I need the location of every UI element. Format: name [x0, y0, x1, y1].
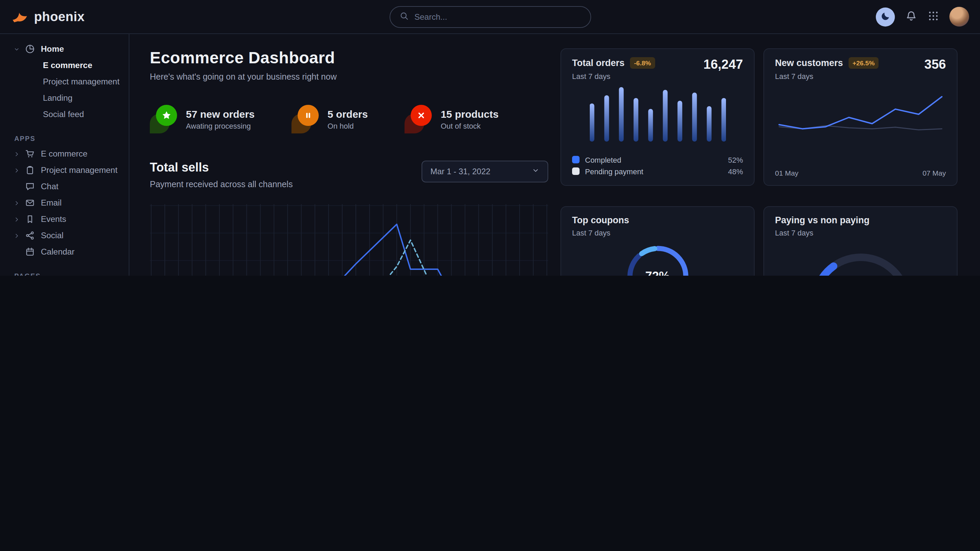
stat-value: 57 new orders	[186, 108, 255, 120]
calendar-icon	[25, 247, 36, 257]
stat-icon	[404, 105, 432, 133]
legend-label: Completed	[585, 156, 621, 164]
sidebar-subitem-project-management[interactable]: Project management	[0, 73, 129, 90]
global-search-input[interactable]	[414, 12, 581, 21]
sidebar-nav: HomeE commerceProject managementLandingS…	[0, 34, 129, 276]
mail-icon	[25, 198, 36, 208]
new-customers-x-axis: 01 May 07 May	[775, 169, 946, 177]
moon-icon	[880, 11, 891, 23]
phoenix-logo-icon	[11, 7, 29, 27]
brand-text: phoenix	[34, 9, 85, 24]
sidebar-item-home[interactable]: Home	[0, 41, 129, 57]
dashboard-left-column: Ecommerce Dashboard Here's what's going …	[150, 48, 548, 276]
phoenix-dashboard: phoenix HomeE commerceProject management…	[0, 0, 980, 276]
x-label: 07 May	[923, 169, 946, 177]
sidebar-item-email[interactable]: Email	[0, 195, 129, 211]
total-orders-badge: -6.8%	[630, 57, 655, 69]
brand[interactable]: phoenix	[11, 7, 85, 27]
sidebar-item-events[interactable]: Events	[0, 211, 129, 227]
x-label: 01 May	[775, 169, 799, 177]
sidebar-item-label: Email	[41, 198, 62, 208]
navbar-actions	[876, 7, 969, 27]
paying-gauge-wrap	[799, 246, 922, 276]
stat-awating-processing: 57 new ordersAwating processing	[150, 105, 255, 133]
theme-toggle-button[interactable]	[876, 7, 895, 26]
notifications-button[interactable]	[905, 10, 917, 24]
sidebar-subitem-social-feed[interactable]: Social feed	[0, 106, 129, 122]
page-title: Ecommerce Dashboard	[150, 48, 548, 67]
chevron-down-icon	[14, 46, 21, 52]
star-icon	[156, 105, 177, 126]
date-range-value: Mar 1 - 31, 2022	[430, 167, 490, 176]
nine-dots-grid-icon	[928, 10, 939, 24]
share-icon	[25, 231, 36, 240]
stat-value: 5 orders	[328, 108, 368, 120]
sidebar-item-calendar[interactable]: Calendar	[0, 244, 129, 260]
user-avatar[interactable]	[949, 7, 969, 27]
bell-icon	[905, 10, 917, 24]
top-coupons-donut-wrap: 72%	[621, 240, 694, 276]
bookmark-icon	[25, 214, 36, 224]
paying-vs-nonpaying-card: Paying vs non paying Last 7 days Paying …	[764, 206, 958, 276]
total-orders-bar-chart	[589, 83, 725, 143]
cart-icon	[25, 149, 36, 159]
stat-icon	[150, 105, 177, 133]
chevron-right-icon	[14, 200, 21, 206]
legend-value: 52%	[728, 156, 743, 164]
stat-caption: Awating processing	[186, 122, 255, 130]
sidebar-item-chat[interactable]: Chat	[0, 178, 129, 195]
clipboard-icon	[25, 165, 36, 175]
sidebar-item-label: Calendar	[41, 247, 75, 257]
new-customers-line-chart	[775, 86, 946, 148]
stat-out-of-stock: 15 productsOut of stock	[404, 105, 498, 133]
card-period: Last 7 days	[572, 229, 629, 237]
card-title: Total orders	[572, 58, 625, 68]
sidebar-item-label: Social	[41, 231, 63, 240]
sidebar-section-apps: APPS	[0, 131, 129, 146]
legend-label: Pending payment	[585, 167, 643, 175]
date-range-select[interactable]: Mar 1 - 31, 2022	[422, 160, 548, 183]
chevron-right-icon	[14, 232, 21, 238]
chat-icon	[25, 182, 36, 191]
stat-value: 15 products	[441, 108, 498, 120]
total-orders-value: 16,247	[703, 57, 743, 80]
search-icon	[399, 11, 408, 22]
card-title: Top coupons	[572, 215, 629, 225]
main-content: Ecommerce Dashboard Here's what's going …	[129, 34, 980, 276]
sidebar-item-label: Events	[41, 214, 67, 224]
paying-gauge-chart	[799, 246, 922, 276]
sidebar-section-pages: PAGES	[0, 269, 129, 276]
sidebar-item-social[interactable]: Social	[0, 227, 129, 244]
legend-swatch	[572, 167, 579, 175]
new-customers-value: 356	[924, 57, 946, 80]
chevron-down-icon	[532, 167, 539, 176]
new-customers-badge: +26.5%	[849, 57, 879, 69]
chevron-right-icon	[14, 151, 21, 157]
pie-chart-icon	[25, 44, 36, 54]
sidebar-item-project-management[interactable]: Project management	[0, 162, 129, 178]
total-sells-title: Total sells	[150, 160, 293, 175]
card-title: Paying vs non paying	[775, 215, 870, 225]
total-orders-legend-completed: Completed52%	[572, 154, 743, 165]
sidebar-subitem-landing[interactable]: Landing	[0, 90, 129, 106]
stat-caption: Out of stock	[441, 122, 498, 130]
total-sells-chart-wrap: 01 May 15 May 30 May	[150, 202, 548, 276]
chevron-right-icon	[14, 167, 21, 173]
total-orders-card: Total orders -6.8% Last 7 days 16,247 Co…	[560, 48, 754, 186]
apps-grid-button[interactable]	[928, 10, 939, 24]
global-search[interactable]	[389, 6, 591, 27]
stat-icon	[291, 105, 319, 133]
pause-icon	[298, 105, 319, 126]
card-title: New customers	[775, 58, 843, 68]
donut-center-label: 72%	[621, 240, 694, 276]
stats-row: 57 new ordersAwating processing5 ordersO…	[150, 105, 548, 133]
total-sells-subtitle: Payment received across all channels	[150, 180, 293, 189]
total-orders-legend-pending-payment: Pending payment48%	[572, 165, 743, 177]
sidebar-item-e-commerce[interactable]: E commerce	[0, 146, 129, 162]
xmark-icon	[410, 105, 432, 126]
total-sells-chart	[150, 202, 548, 276]
card-period: Last 7 days	[775, 229, 870, 237]
sidebar-subitem-e-commerce[interactable]: E commerce	[0, 57, 129, 73]
legend-value: 48%	[728, 167, 743, 175]
stat-on-hold: 5 ordersOn hold	[291, 105, 368, 133]
